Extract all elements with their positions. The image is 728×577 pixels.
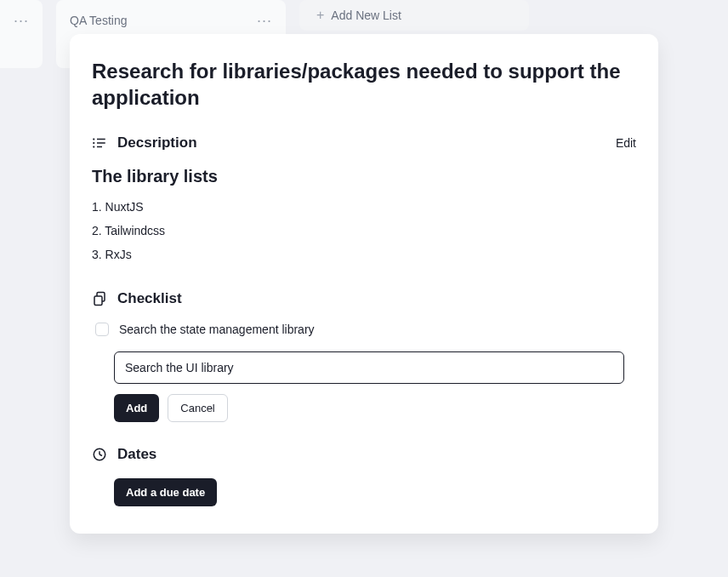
- description-list-item: 2. Tailwindcss: [92, 224, 636, 237]
- checklist-section-label: Checklist: [117, 290, 182, 307]
- checklist-icon: [92, 291, 107, 306]
- description-heading: The library lists: [92, 167, 636, 186]
- task-modal: Research for libraries/packages needed t…: [70, 34, 658, 534]
- cancel-button[interactable]: Cancel: [168, 394, 227, 422]
- dates-section: Dates Add a due date: [92, 446, 636, 506]
- svg-rect-7: [94, 296, 102, 306]
- checklist-section: Checklist Search the state management li…: [92, 290, 636, 422]
- dates-section-label: Dates: [117, 446, 156, 463]
- svg-line-10: [100, 454, 102, 456]
- description-section-label: Decsription: [117, 134, 197, 151]
- checkbox[interactable]: [95, 323, 109, 336]
- modal-overlay: Research for libraries/packages needed t…: [0, 0, 728, 577]
- checklist-item: Search the state management library: [92, 323, 636, 336]
- clock-icon: [92, 447, 107, 462]
- add-due-date-button[interactable]: Add a due date: [114, 478, 217, 506]
- edit-button[interactable]: Edit: [616, 136, 636, 150]
- description-list-item: 3. RxJs: [92, 248, 636, 261]
- description-list-item: 1. NuxtJS: [92, 200, 636, 214]
- checklist-input-wrap: [114, 351, 636, 384]
- checklist-input[interactable]: [114, 351, 624, 384]
- checklist-item-label: Search the state management library: [119, 323, 315, 336]
- description-content: The library lists 1. NuxtJS 2. Tailwindc…: [92, 167, 636, 261]
- checklist-header: Checklist: [92, 290, 636, 307]
- checklist-buttons: Add Cancel: [114, 394, 636, 422]
- task-title: Research for libraries/packages needed t…: [92, 58, 636, 111]
- description-header: Decsription Edit: [92, 134, 636, 151]
- description-icon: [92, 135, 107, 151]
- add-button[interactable]: Add: [114, 394, 159, 422]
- dates-header: Dates: [92, 446, 636, 463]
- description-header-left: Decsription: [92, 134, 197, 151]
